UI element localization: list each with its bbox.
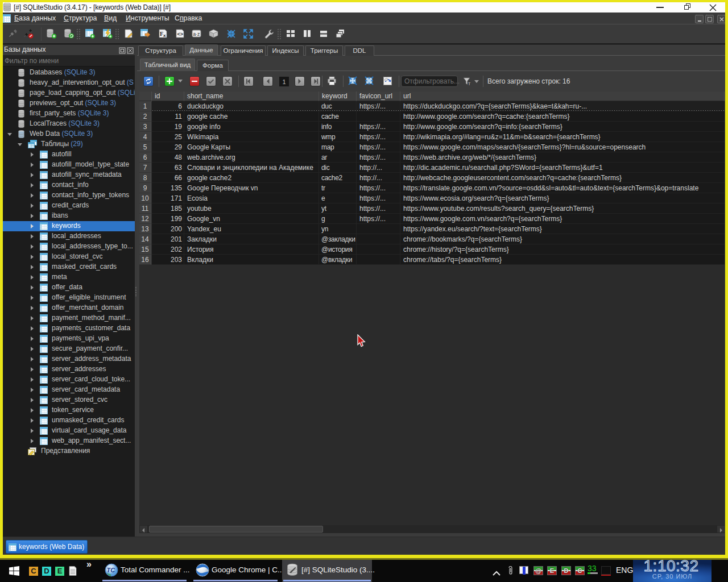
svg-text:TC: TC bbox=[107, 567, 116, 573]
svg-text:a·z: a·z bbox=[193, 31, 200, 37]
svg-text:T: T bbox=[468, 82, 471, 86]
svg-text:<>: <> bbox=[177, 31, 184, 37]
svg-text:x: x bbox=[163, 33, 166, 38]
